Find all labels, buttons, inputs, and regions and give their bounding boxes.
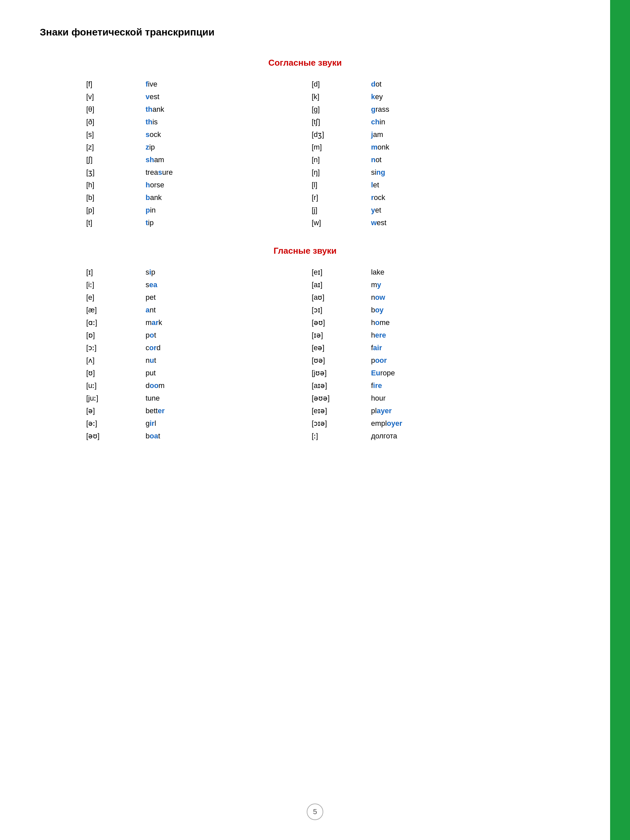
table-row: [ɒ] pot [ɪə] here [80, 329, 531, 341]
phonetic-symbol: [ʊ] [80, 367, 139, 379]
phonetic-symbol: [e] [80, 291, 139, 304]
table-row: [b] bank [r] rock [80, 191, 531, 204]
phonetic-symbol: [ʒ] [80, 166, 139, 179]
phonetic-symbol: [ə] [80, 404, 139, 417]
example-word: key [365, 90, 531, 103]
vowels-section: Гласные звуки [ɪ] sip [eɪ] lake [iː] sea… [40, 246, 570, 442]
phonetic-symbol: [eɪə] [305, 404, 365, 417]
example-word: put [139, 367, 305, 379]
example-word: jam [365, 128, 531, 141]
example-word: ant [139, 304, 305, 316]
table-row: [ʌ] nut [ʊə] poor [80, 354, 531, 367]
example-word: fire [365, 379, 531, 392]
example-word: five [139, 78, 305, 90]
vowels-title: Гласные звуки [40, 246, 570, 256]
example-word: долгота [365, 430, 531, 442]
phonetic-symbol: [ʌ] [80, 354, 139, 367]
table-row: [s] sock [dʒ] jam [80, 128, 531, 141]
table-row: [t] tip [w] west [80, 216, 531, 229]
phonetic-symbol: [aɪ] [305, 279, 365, 291]
example-word: dot [365, 78, 531, 90]
table-row: [h] horse [l] let [80, 179, 531, 191]
phonetic-symbol: [t] [80, 216, 139, 229]
example-word: pot [139, 329, 305, 341]
phonetic-symbol: [æ] [80, 304, 139, 316]
example-word: boat [139, 430, 305, 442]
phonetic-symbol: [r] [305, 191, 365, 204]
phonetic-symbol: [əː] [80, 417, 139, 430]
phonetic-symbol: [dʒ] [305, 128, 365, 141]
example-word: bank [139, 191, 305, 204]
phonetic-symbol: [eə] [305, 341, 365, 354]
table-row: [æ] ant [ɔɪ] boy [80, 304, 531, 316]
example-word: my [365, 279, 531, 291]
example-word: employer [365, 417, 531, 430]
table-row: [ɪ] sip [eɪ] lake [80, 266, 531, 279]
table-row: [ʃ] sham [n] not [80, 153, 531, 166]
example-word: sip [139, 266, 305, 279]
phonetic-symbol: [j] [305, 204, 365, 216]
example-word: chin [365, 116, 531, 128]
example-word: sham [139, 153, 305, 166]
table-row: [ʒ] treasure [ŋ] sing [80, 166, 531, 179]
table-row: [ʊ] put [jʊə] Europe [80, 367, 531, 379]
example-word: hour [365, 392, 531, 404]
phonetic-symbol: [tʃ] [305, 116, 365, 128]
phonetic-symbol: [juː] [80, 392, 139, 404]
vowels-table: [ɪ] sip [eɪ] lake [iː] sea [aɪ] my [e] p… [80, 266, 531, 442]
example-word: this [139, 116, 305, 128]
table-row: [ɑː] mark [əʊ] home [80, 316, 531, 329]
phonetic-symbol: [ɔɪə] [305, 417, 365, 430]
green-bar [610, 0, 630, 840]
phonetic-symbol: [θ] [80, 103, 139, 116]
phonetic-symbol: [s] [80, 128, 139, 141]
phonetic-symbol: [jʊə] [305, 367, 365, 379]
phonetic-symbol: [ɔː] [80, 341, 139, 354]
phonetic-symbol: [n] [305, 153, 365, 166]
phonetic-symbol: [b] [80, 191, 139, 204]
table-row: [e] pet [aʊ] now [80, 291, 531, 304]
phonetic-symbol: [g] [305, 103, 365, 116]
phonetic-symbol: [ŋ] [305, 166, 365, 179]
example-word: mark [139, 316, 305, 329]
table-row: [z] zip [m] monk [80, 141, 531, 153]
phonetic-symbol: [aʊ] [305, 291, 365, 304]
example-word: girl [139, 417, 305, 430]
phonetic-symbol: [d] [305, 78, 365, 90]
phonetic-symbol: [ʊə] [305, 354, 365, 367]
table-row: [f] five [d] dot [80, 78, 531, 90]
phonetic-symbol: [ð] [80, 116, 139, 128]
example-word: better [139, 404, 305, 417]
phonetic-symbol: [ɒ] [80, 329, 139, 341]
example-word: not [365, 153, 531, 166]
phonetic-symbol: [ɔɪ] [305, 304, 365, 316]
table-row: [θ] thank [g] grass [80, 103, 531, 116]
consonants-table: [f] five [d] dot [v] vest [k] key [θ] th… [80, 78, 531, 229]
page-number: 5 [307, 804, 323, 820]
phonetic-symbol: [aɪə] [305, 379, 365, 392]
example-word: thank [139, 103, 305, 116]
table-row: [əː] girl [ɔɪə] employer [80, 417, 531, 430]
phonetic-symbol: [uː] [80, 379, 139, 392]
example-word: sea [139, 279, 305, 291]
phonetic-symbol: [ʃ] [80, 153, 139, 166]
example-word: tip [139, 216, 305, 229]
example-word: Europe [365, 367, 531, 379]
page-title: Знаки фонетической транскрипции [40, 27, 570, 38]
table-row: [ɔː] cord [eə] fair [80, 341, 531, 354]
example-word: pin [139, 204, 305, 216]
example-word: cord [139, 341, 305, 354]
example-word: rock [365, 191, 531, 204]
table-row: [ð] this [tʃ] chin [80, 116, 531, 128]
table-row: [əʊ] boat [ː] долгота [80, 430, 531, 442]
consonants-title: Согласные звуки [40, 58, 570, 68]
table-row: [ə] better [eɪə] player [80, 404, 531, 417]
example-word: zip [139, 141, 305, 153]
example-word: fair [365, 341, 531, 354]
example-word: pet [139, 291, 305, 304]
example-word: west [365, 216, 531, 229]
table-row: [uː] doom [aɪə] fire [80, 379, 531, 392]
phonetic-symbol: [əʊə] [305, 392, 365, 404]
example-word: sock [139, 128, 305, 141]
example-word: grass [365, 103, 531, 116]
